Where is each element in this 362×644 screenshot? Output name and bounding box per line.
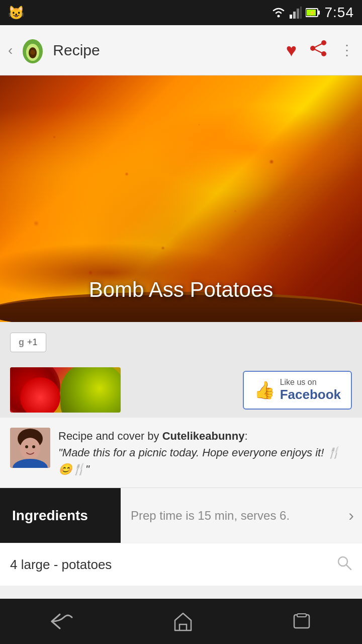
author-section: Recipe and cover by Cutelikeabunny: "Mad… [0,418,362,488]
battery-icon: ⚡ [306,8,320,18]
back-nav-icon [50,612,74,630]
author-prefix: Recipe and cover by [58,430,162,442]
facebook-like-text: Like us on [280,378,341,387]
svg-point-0 [277,15,280,18]
facebook-section: 👍 Like us on Facebook [0,362,362,418]
app-bar-left: ‹ Recipe [8,36,278,64]
ingredient-item: 4 large - potatoes [0,543,362,586]
home-nav-button[interactable] [173,611,193,631]
svg-text:⚡: ⚡ [309,9,316,16]
status-left: 😺 [8,5,24,21]
status-icons: ⚡ [272,7,320,19]
ingredient-search-icon[interactable] [337,555,352,574]
facebook-brand-text: Facebook [280,387,341,403]
recents-nav-icon [292,613,312,630]
svg-rect-6 [318,11,320,15]
svg-line-17 [313,48,324,54]
svg-rect-3 [297,9,299,19]
time-display: 7:54 [325,5,354,21]
bottom-navigation [0,599,362,644]
recipe-title: Bomb Ass Potatoes [0,278,362,302]
ingredient-text: 4 large - potatoes [10,557,337,573]
svg-marker-26 [175,613,191,630]
more-options-button[interactable]: ⋮ [340,42,354,58]
google-plus-bar: g +1 [0,322,362,362]
recents-nav-button[interactable] [292,613,312,630]
chevron-right-icon: › [348,506,362,525]
cat-icon: 😺 [8,5,24,21]
google-plus-logo: g [19,337,24,348]
wifi-icon [272,7,286,19]
svg-point-20 [20,438,40,460]
banner-circle-2 [20,377,60,413]
hero-image: Bomb Ass Potatoes [0,75,362,322]
gplus-label: +1 [27,337,38,348]
thumbs-up-icon: 👍 [254,380,275,400]
author-description: Recipe and cover by Cutelikeabunny: "Mad… [58,428,352,477]
app-bar-actions: ♥ ⋮ [286,39,354,62]
back-button[interactable]: ‹ [8,42,13,58]
avatar-image [10,428,50,468]
author-username: Cutelikeabunny [162,430,245,442]
author-quote: "Made this for a picnic today. Hope ever… [58,446,340,475]
facebook-like-button[interactable]: 👍 Like us on Facebook [243,371,352,410]
svg-point-22 [32,445,35,448]
back-nav-button[interactable] [50,612,74,630]
app-title: Recipe [53,42,100,59]
home-nav-icon [173,611,193,631]
status-right: ⚡ 7:54 [272,5,354,21]
svg-line-25 [346,565,351,570]
app-logo [19,36,47,64]
svg-rect-29 [297,614,306,617]
app-bar: ‹ Recipe ♥ ⋮ [0,25,362,75]
svg-rect-4 [300,7,302,19]
ingredients-label: Ingredients [0,488,121,543]
prep-info: Prep time is 15 min, serves 6. [121,509,348,523]
svg-point-21 [25,445,28,448]
svg-rect-1 [290,15,292,19]
google-plus-button[interactable]: g +1 [10,333,46,352]
svg-rect-2 [293,12,296,19]
favorite-button[interactable]: ♥ [286,40,297,61]
signal-icon [290,7,302,19]
app-banner [10,367,121,413]
author-avatar [10,428,50,468]
facebook-text: Like us on Facebook [280,378,341,403]
share-button[interactable] [309,39,328,62]
ingredients-bar[interactable]: Ingredients Prep time is 15 min, serves … [0,488,362,543]
status-bar: 😺 ⚡ [0,0,362,25]
banner-avocado [60,367,121,413]
svg-line-16 [313,43,324,48]
svg-point-12 [30,50,35,55]
